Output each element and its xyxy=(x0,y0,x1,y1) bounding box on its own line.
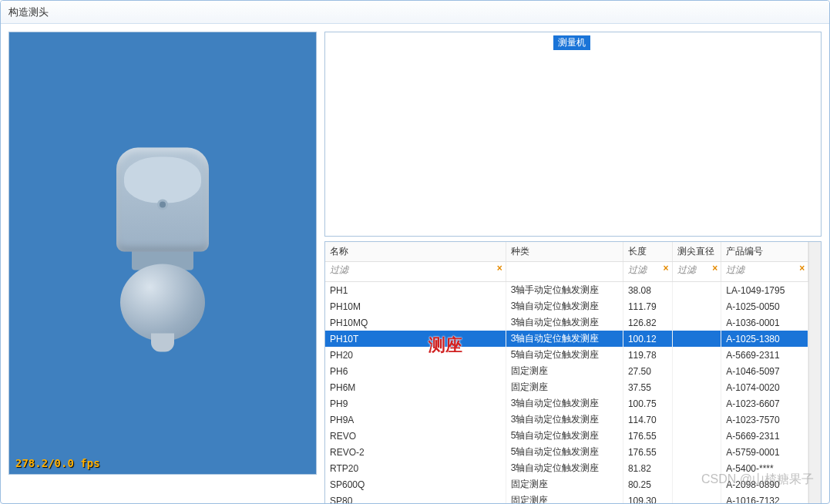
table-row[interactable]: PH205轴自动定位触发测座119.78A-5669-2311 xyxy=(325,347,808,363)
tree-root-node[interactable]: 测量机 xyxy=(553,35,590,50)
col-header-tipdia[interactable]: 测尖直径 xyxy=(672,242,721,262)
clear-filter-icon[interactable]: × xyxy=(497,263,502,274)
col-header-product[interactable]: 产品编号 xyxy=(721,242,808,262)
table-row[interactable]: PH6固定测座27.50A-1046-5097 xyxy=(325,363,808,379)
window-title: 构造测头 xyxy=(8,6,49,18)
table-row[interactable]: PH10M3轴自动定位触发测座111.79A-1025-0050 xyxy=(325,298,808,314)
table-row[interactable]: REVO5轴自动定位触发测座176.55A-5669-2311 xyxy=(325,428,808,444)
table-row[interactable]: RTP203轴自动定位触发测座81.82A-5400-**** xyxy=(325,460,808,476)
fps-overlay: 278.2/0.0 fps xyxy=(15,457,100,469)
clear-filter-icon[interactable]: × xyxy=(664,263,669,274)
assembly-tree[interactable]: 测量机 xyxy=(324,32,822,237)
probe-model xyxy=(109,148,217,341)
table-row[interactable]: PH13轴手动定位触发测座38.08LA-1049-1795 xyxy=(325,282,808,299)
clear-filter-icon[interactable]: × xyxy=(712,263,717,274)
filter-type[interactable] xyxy=(506,262,623,282)
parts-table[interactable]: 名称 种类 长度 测尖直径 产品编号 过滤× 过滤× 过滤× 过滤× xyxy=(324,241,822,504)
col-header-length[interactable]: 长度 xyxy=(623,242,672,262)
clear-filter-icon[interactable]: × xyxy=(799,263,805,274)
filter-name[interactable]: 过滤× xyxy=(325,262,506,282)
table-row[interactable]: PH10T3轴自动定位触发测座100.12A-1025-1380 xyxy=(325,331,808,347)
col-header-type[interactable]: 种类 xyxy=(506,242,623,262)
table-row[interactable]: SP80固定测座109.30A-1016-7132 xyxy=(325,492,808,504)
filter-length[interactable]: 过滤× xyxy=(623,262,672,282)
filter-product[interactable]: 过滤× xyxy=(721,262,808,282)
table-row[interactable]: REVO-25轴自动定位触发测座176.55A-5759-0001 xyxy=(325,444,808,460)
scrollbar[interactable] xyxy=(808,242,821,504)
table-row[interactable]: SP600Q固定测座80.25A-2098-0890 xyxy=(325,476,808,492)
filter-tipdia[interactable]: 过滤× xyxy=(672,262,721,282)
table-row[interactable]: PH10MQ3轴自动定位触发测座126.82A-1036-0001 xyxy=(325,314,808,331)
col-header-name[interactable]: 名称 xyxy=(325,242,506,262)
dialog-window: 构造测头 278.2/0.0 fps 测量机 xyxy=(0,0,830,504)
table-row[interactable]: PH9A3轴自动定位触发测座114.70A-1023-7570 xyxy=(325,412,808,428)
table-row[interactable]: PH6M固定测座37.55A-1074-0020 xyxy=(325,379,808,395)
3d-viewport[interactable]: 278.2/0.0 fps xyxy=(8,32,317,475)
table-row[interactable]: PH93轴自动定位触发测座100.75A-1023-6607 xyxy=(325,395,808,412)
titlebar: 构造测头 xyxy=(1,1,829,24)
